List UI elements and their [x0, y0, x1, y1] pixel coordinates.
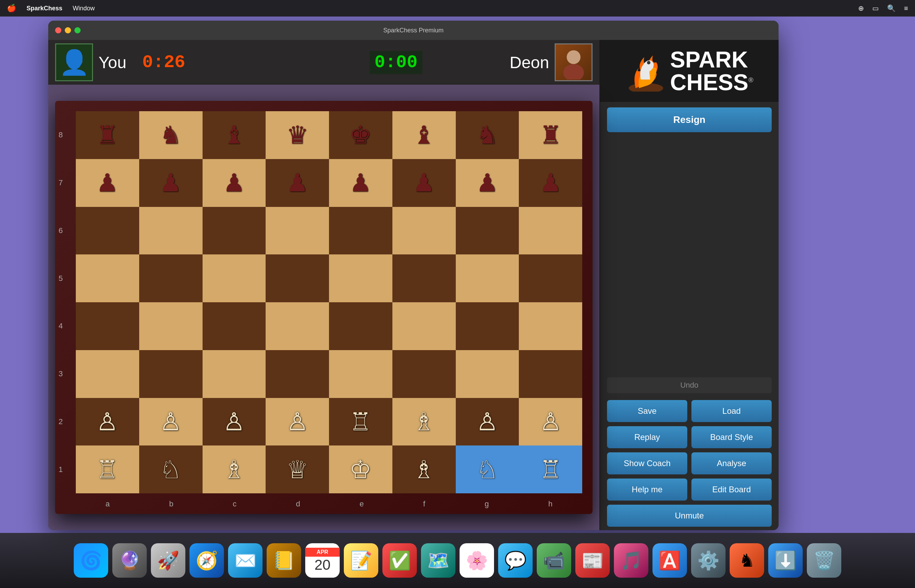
cell-a3[interactable] [76, 350, 139, 398]
cell-c3[interactable] [202, 350, 266, 398]
cell-e2[interactable]: ♖ [329, 398, 392, 446]
cell-g6[interactable] [456, 207, 519, 255]
board-style-button[interactable]: Board Style [692, 426, 772, 448]
maximize-button[interactable] [74, 27, 81, 33]
dock-sysprefs[interactable]: ⚙️ [691, 543, 726, 578]
apple-menu[interactable]: 🍎 [7, 4, 16, 13]
display-icon[interactable]: ▭ [872, 4, 879, 12]
search-icon[interactable]: 🔍 [887, 4, 896, 12]
cell-a6[interactable] [76, 207, 139, 255]
close-button[interactable] [55, 27, 62, 33]
dock-siri[interactable]: 🔮 [112, 543, 147, 578]
dock-appstore[interactable]: 🅰️ [653, 543, 687, 578]
cell-e4[interactable] [329, 302, 392, 350]
dock-downloader[interactable]: ⬇️ [768, 543, 803, 578]
cell-f7[interactable]: ♟ [392, 159, 456, 207]
cell-h2[interactable]: ♙ [519, 398, 582, 446]
undo-button[interactable]: Undo [607, 377, 772, 393]
cell-e7[interactable]: ♟ [329, 159, 392, 207]
cell-d8[interactable]: ♛ [266, 111, 329, 159]
cell-a8[interactable]: ♜ [76, 111, 139, 159]
dock-messages[interactable]: 💬 [498, 543, 533, 578]
cell-h5[interactable] [519, 254, 582, 302]
cell-h7[interactable]: ♟ [519, 159, 582, 207]
window-menu[interactable]: Window [73, 5, 95, 12]
cell-g3[interactable] [456, 350, 519, 398]
cell-a1[interactable]: ♖ [76, 446, 139, 493]
cell-b6[interactable] [139, 207, 202, 255]
cell-a4[interactable] [76, 302, 139, 350]
cell-b7[interactable]: ♟ [139, 159, 202, 207]
cell-d3[interactable] [266, 350, 329, 398]
cell-g5[interactable] [456, 254, 519, 302]
dock-launchpad[interactable]: 🚀 [151, 543, 185, 578]
cell-d1[interactable]: ♕ [266, 446, 329, 493]
cell-e1[interactable]: ♔ [329, 446, 392, 493]
cell-f5[interactable] [392, 254, 456, 302]
dock-photos[interactable]: 🌸 [460, 543, 494, 578]
save-button[interactable]: Save [607, 400, 687, 422]
show-coach-button[interactable]: Show Coach [607, 452, 687, 474]
cell-h4[interactable] [519, 302, 582, 350]
cell-d2[interactable]: ♙ [266, 398, 329, 446]
analyse-button[interactable]: Analyse [692, 452, 772, 474]
cell-a7[interactable]: ♟ [76, 159, 139, 207]
app-name[interactable]: SparkChess [26, 5, 62, 12]
cell-h8[interactable]: ♜ [519, 111, 582, 159]
cell-d5[interactable] [266, 254, 329, 302]
cell-h3[interactable] [519, 350, 582, 398]
cell-g8[interactable]: ♞ [456, 111, 519, 159]
dock-music[interactable]: 🎵 [614, 543, 648, 578]
cell-c4[interactable] [202, 302, 266, 350]
chess-board[interactable]: ♜ ♞ ♝ ♛ ♚ ♝ ♞ ♜ ♟ ♟ ♟ ♟ ♟ ♟ [76, 111, 582, 493]
cell-f2[interactable]: ♗ [392, 398, 456, 446]
cell-b1[interactable]: ♘ [139, 446, 202, 493]
cell-c1[interactable]: ♗ [202, 446, 266, 493]
airplay-icon[interactable]: ⊕ [858, 4, 864, 12]
cell-a2[interactable]: ♙ [76, 398, 139, 446]
cell-f4[interactable] [392, 302, 456, 350]
cell-d7[interactable]: ♟ [266, 159, 329, 207]
cell-e3[interactable] [329, 350, 392, 398]
cell-b2[interactable]: ♙ [139, 398, 202, 446]
dock-facetime[interactable]: 📹 [537, 543, 571, 578]
dock-notes[interactable]: 📝 [344, 543, 378, 578]
load-button[interactable]: Load [692, 400, 772, 422]
cell-f3[interactable] [392, 350, 456, 398]
cell-g4[interactable] [456, 302, 519, 350]
control-center-icon[interactable]: ≡ [904, 5, 908, 12]
help-me-button[interactable]: Help me [607, 478, 687, 501]
dock-trash[interactable]: 🗑️ [807, 543, 841, 578]
cell-f8[interactable]: ♝ [392, 111, 456, 159]
cell-e8[interactable]: ♚ [329, 111, 392, 159]
dock-news[interactable]: 📰 [575, 543, 610, 578]
cell-c7[interactable]: ♟ [202, 159, 266, 207]
minimize-button[interactable] [65, 27, 71, 33]
cell-c5[interactable] [202, 254, 266, 302]
cell-g7[interactable]: ♟ [456, 159, 519, 207]
cell-c8[interactable]: ♝ [202, 111, 266, 159]
cell-a5[interactable] [76, 254, 139, 302]
cell-e5[interactable] [329, 254, 392, 302]
cell-d4[interactable] [266, 302, 329, 350]
cell-g2[interactable]: ♙ [456, 398, 519, 446]
cell-g1[interactable]: ♘ [456, 446, 519, 493]
cell-b5[interactable] [139, 254, 202, 302]
cell-d6[interactable] [266, 207, 329, 255]
replay-button[interactable]: Replay [607, 426, 687, 448]
cell-h6[interactable] [519, 207, 582, 255]
cell-c2[interactable]: ♙ [202, 398, 266, 446]
cell-b8[interactable]: ♞ [139, 111, 202, 159]
dock-finder[interactable]: 🌀 [74, 543, 108, 578]
resign-button[interactable]: Resign [607, 107, 772, 132]
unmute-button[interactable]: Unmute [607, 505, 772, 527]
cell-f1[interactable]: ♗ [392, 446, 456, 493]
dock-notefile[interactable]: 📒 [267, 543, 301, 578]
cell-b3[interactable] [139, 350, 202, 398]
cell-c6[interactable] [202, 207, 266, 255]
dock-mail[interactable]: ✉️ [228, 543, 262, 578]
cell-f6[interactable] [392, 207, 456, 255]
dock-maps[interactable]: 🗺️ [421, 543, 455, 578]
cell-e6[interactable] [329, 207, 392, 255]
dock-calendar[interactable]: APR 20 [305, 543, 340, 578]
